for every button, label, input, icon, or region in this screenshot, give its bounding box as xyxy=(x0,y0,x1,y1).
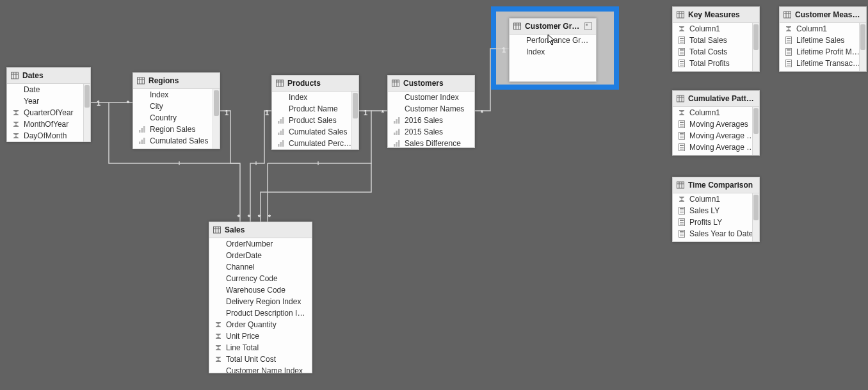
field-row[interactable]: Column1 xyxy=(673,193,759,205)
calc-icon xyxy=(678,143,686,151)
field-row[interactable]: Total Sales xyxy=(673,35,759,46)
field-row[interactable]: Customer Names xyxy=(388,103,474,115)
table-body: Column1 Lifetime Sales Lifetime Profit M… xyxy=(780,23,866,71)
field-row[interactable]: Sales Difference xyxy=(388,138,474,147)
scroll-thumb[interactable] xyxy=(860,24,865,50)
field-row[interactable]: Lifetime Transactions xyxy=(780,58,866,69)
field-row[interactable]: 2015 Sales xyxy=(388,126,474,138)
expand-icon[interactable] xyxy=(584,22,592,30)
field-label: City xyxy=(150,102,163,111)
scrollbar[interactable] xyxy=(351,92,358,149)
field-row[interactable]: Moving Average (No xyxy=(673,142,759,153)
scroll-thumb[interactable] xyxy=(214,90,219,116)
field-row[interactable]: Sales LY xyxy=(673,205,759,216)
model-canvas[interactable]: Dates Date Year QuarterOfYear MonthOfYea… xyxy=(0,0,868,390)
table-header[interactable]: Customer Measures xyxy=(780,7,866,23)
field-row[interactable]: City xyxy=(133,101,220,112)
field-row[interactable]: 2016 Sales xyxy=(388,115,474,126)
field-row[interactable]: Product Sales xyxy=(272,115,358,126)
table-header[interactable]: Time Comparison xyxy=(673,177,759,193)
scroll-thumb[interactable] xyxy=(353,93,358,118)
field-row[interactable]: Line Total xyxy=(209,342,312,353)
field-row[interactable]: Performance Group xyxy=(510,35,596,46)
field-row[interactable]: Lifetime Profit Margi xyxy=(780,46,866,58)
table-timecomp[interactable]: Time Comparison Column1 Sales LY Profits… xyxy=(672,177,760,242)
table-header[interactable]: Dates xyxy=(7,68,90,84)
field-row[interactable]: Total Unit Cost xyxy=(209,353,312,365)
scroll-thumb[interactable] xyxy=(84,85,90,108)
field-row[interactable]: Cumulated Percenta xyxy=(272,138,358,149)
table-header[interactable]: Regions xyxy=(133,73,220,89)
table-header[interactable]: Cumulative Patterns xyxy=(673,91,759,107)
field-row[interactable]: Column1 xyxy=(673,107,759,118)
scroll-thumb[interactable] xyxy=(753,195,759,220)
field-row[interactable]: Lifetime Sales xyxy=(780,35,866,46)
field-row[interactable]: Product Name xyxy=(272,103,358,115)
field-row[interactable]: Customer Name Index xyxy=(209,365,312,373)
field-row[interactable]: Delivery Region Index xyxy=(209,296,312,307)
field-row[interactable]: Sales Year to Date LY xyxy=(673,240,759,241)
scrollbar[interactable] xyxy=(752,193,759,241)
scrollbar[interactable] xyxy=(83,84,90,142)
field-row[interactable]: Profits LY xyxy=(673,216,759,228)
table-products[interactable]: Products Index Product Name Product Sale… xyxy=(271,75,359,150)
table-header[interactable]: Sales xyxy=(209,222,312,238)
field-row[interactable]: QuarterOfYear xyxy=(7,107,90,118)
field-row[interactable]: Unit Price xyxy=(209,330,312,342)
field-row[interactable]: Column1 xyxy=(780,23,866,35)
field-row[interactable]: Currency Code xyxy=(209,273,312,284)
table-header[interactable]: Customers xyxy=(388,76,474,92)
field-row[interactable]: Moving Average (2) xyxy=(673,130,759,142)
field-row[interactable]: Index xyxy=(133,89,220,101)
field-row[interactable]: Cumulated Sales xyxy=(133,135,220,147)
field-row[interactable]: Order Quantity xyxy=(209,319,312,330)
calc-icon xyxy=(678,207,686,215)
relationship-cardinality: 1 xyxy=(263,109,271,117)
table-custgroup[interactable]: Customer Grouping Performance Group Inde… xyxy=(509,18,597,82)
relationship-cardinality: * xyxy=(235,213,243,221)
table-icon xyxy=(276,79,284,87)
field-row[interactable]: Warehouse Code xyxy=(209,284,312,296)
field-row[interactable]: Column1 xyxy=(673,23,759,35)
field-row[interactable]: Product Description Index xyxy=(209,307,312,319)
field-row[interactable]: Total Profits xyxy=(673,58,759,69)
field-row[interactable]: MonthOfYear xyxy=(7,118,90,130)
field-row[interactable]: Customer Index xyxy=(388,92,474,103)
field-row[interactable]: Lifetime Profits xyxy=(780,69,866,71)
field-row[interactable]: Moving Averages xyxy=(673,118,759,130)
field-row[interactable]: Total Transactions xyxy=(673,69,759,71)
field-row[interactable]: Index xyxy=(272,92,358,103)
field-row[interactable]: Sales Year to Date xyxy=(673,228,759,240)
scrollbar[interactable] xyxy=(213,89,220,149)
scroll-thumb[interactable] xyxy=(753,24,759,50)
scrollbar[interactable] xyxy=(859,23,866,71)
field-row[interactable]: Channel xyxy=(209,261,312,273)
table-sales[interactable]: Sales OrderNumber OrderDate Channel Curr… xyxy=(209,222,312,373)
field-label: Delivery Region Index xyxy=(226,297,301,306)
field-row[interactable]: OrderDate xyxy=(209,250,312,261)
field-label: Column1 xyxy=(689,108,720,117)
field-row[interactable]: Index xyxy=(510,46,596,58)
table-custmeasures[interactable]: Customer Measures Column1 Lifetime Sales… xyxy=(779,6,867,72)
table-dates[interactable]: Dates Date Year QuarterOfYear MonthOfYea… xyxy=(6,67,91,142)
field-row[interactable]: Region Sales xyxy=(133,124,220,135)
field-row[interactable]: Total Costs xyxy=(673,46,759,58)
field-row[interactable]: Date xyxy=(7,84,90,95)
scrollbar[interactable] xyxy=(752,23,759,71)
table-customers[interactable]: Customers Customer Index Customer Names … xyxy=(387,75,475,148)
table-header[interactable]: Products xyxy=(272,76,358,92)
field-row[interactable]: Transaction Sales xyxy=(673,153,759,155)
table-header[interactable]: Key Measures xyxy=(673,7,759,23)
field-row[interactable]: DayOfMonth xyxy=(7,130,90,142)
field-row[interactable]: Country xyxy=(133,112,220,124)
table-regions[interactable]: Regions Index City Country Region Sales … xyxy=(133,72,220,149)
field-row[interactable]: Cumulated Percenta xyxy=(133,147,220,149)
table-header[interactable]: Customer Grouping xyxy=(510,19,596,35)
scroll-thumb[interactable] xyxy=(753,108,759,134)
field-row[interactable]: Cumulated Sales xyxy=(272,126,358,138)
scrollbar[interactable] xyxy=(752,107,759,155)
table-keymeasures[interactable]: Key Measures Column1 Total Sales Total C… xyxy=(672,6,760,72)
table-cumpatterns[interactable]: Cumulative Patterns Column1 Moving Avera… xyxy=(672,90,760,156)
field-row[interactable]: Year xyxy=(7,95,90,107)
field-row[interactable]: OrderNumber xyxy=(209,238,312,250)
